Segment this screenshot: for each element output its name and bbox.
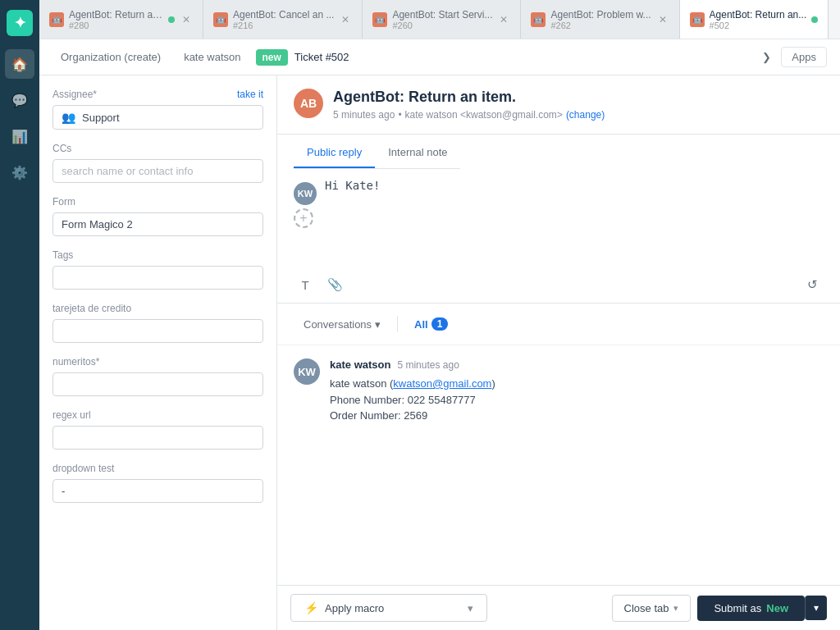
reply-area: Public reply Internal note KW + Hi Kate! bbox=[277, 135, 840, 304]
sidebar-nav: ✦ 🏠 💬 📊 ⚙️ bbox=[0, 0, 39, 630]
tab-close-280[interactable]: ✕ bbox=[180, 13, 193, 26]
all-filter-button[interactable]: All 1 bbox=[404, 313, 458, 335]
left-panel: Assignee* take it 👥 Support CCs Form bbox=[39, 75, 277, 630]
email-link[interactable]: kwatson@gmail.com bbox=[393, 377, 491, 390]
right-panel: AB AgentBot: Return an item. 5 minutes a… bbox=[277, 75, 840, 630]
conversation-author: kate watson <kwatson@gmail.com> bbox=[405, 109, 563, 121]
submit-arrow-button[interactable]: ▾ bbox=[805, 596, 827, 620]
tab-260[interactable]: 🤖 AgentBot: Start Servi... #260 ✕ bbox=[363, 0, 521, 39]
all-label: All bbox=[414, 318, 428, 331]
tab-216[interactable]: 🤖 AgentBot: Cancel an ... #216 ✕ bbox=[203, 0, 363, 39]
ccs-label: CCs bbox=[52, 143, 263, 154]
conversation-info: AgentBot: Return an item. 5 minutes ago … bbox=[333, 89, 605, 121]
submit-status: New bbox=[766, 602, 788, 614]
submit-button-group: Submit as New ▾ bbox=[697, 596, 827, 621]
take-it-link[interactable]: take it bbox=[237, 89, 263, 100]
close-tab-arrow-icon: ▾ bbox=[673, 603, 678, 614]
secondary-bar: Organization (create) kate watson new Ti… bbox=[39, 39, 840, 75]
tab-502[interactable]: 🤖 AgentBot: Return an... #502 bbox=[680, 0, 829, 39]
assignee-select[interactable]: 👥 Support bbox=[52, 105, 263, 130]
reply-input-row: KW + Hi Kate! bbox=[294, 172, 824, 267]
nav-icon-settings[interactable]: ⚙️ bbox=[5, 158, 34, 187]
tab-title-280: AgentBot: Return an ... bbox=[69, 9, 163, 21]
secondary-bar-right: ❯ Apps bbox=[756, 47, 827, 67]
regex-input[interactable] bbox=[52, 426, 263, 450]
tabs-bar: 🤖 AgentBot: Return an ... #280 ✕ 🤖 Agent… bbox=[39, 0, 840, 39]
tab-title-260: AgentBot: Start Servi... bbox=[392, 9, 492, 21]
message-line-2: Phone Number: 022 55487777 bbox=[330, 392, 824, 409]
ccs-input[interactable] bbox=[52, 159, 263, 183]
breadcrumb-kate-watson[interactable]: kate watson bbox=[176, 48, 249, 66]
tab-close-260[interactable]: ✕ bbox=[497, 13, 510, 26]
tarejeta-field-group: tarejeta de credito bbox=[52, 303, 263, 343]
messages-section: KW kate watson 5 minutes ago kate watson… bbox=[277, 345, 840, 585]
tab-close-262[interactable]: ✕ bbox=[656, 13, 669, 26]
apps-button[interactable]: Apps bbox=[781, 47, 827, 67]
conversations-filter-button[interactable]: Conversations ▾ bbox=[294, 314, 390, 335]
attach-file-button[interactable]: 📎 bbox=[323, 273, 346, 296]
conversation-meta: 5 minutes ago • kate watson <kwatson@gma… bbox=[333, 109, 605, 121]
reply-avatar-area: KW + bbox=[294, 179, 317, 263]
filter-divider bbox=[397, 316, 398, 332]
message-text: kate watson (kwatson@gmail.com) Phone Nu… bbox=[330, 376, 824, 424]
reply-tabs: Public reply Internal note bbox=[294, 138, 460, 169]
regex-field-group: regex url bbox=[52, 409, 263, 450]
reply-text-area: Hi Kate! bbox=[325, 179, 824, 263]
change-link[interactable]: (change) bbox=[566, 109, 605, 121]
bottom-bar: ⚡ Apply macro ▾ Close tab ▾ Submit as Ne… bbox=[277, 585, 840, 630]
submit-button[interactable]: Submit as New bbox=[697, 596, 805, 621]
message-line-3: Order Number: 2569 bbox=[330, 408, 824, 424]
tarejeta-label: tarejeta de credito bbox=[52, 303, 263, 314]
lightning-icon: ⚡ bbox=[304, 601, 318, 614]
tab-number-280: #280 bbox=[69, 21, 163, 30]
conversation-title: AgentBot: Return an item. bbox=[333, 89, 605, 106]
text-format-button[interactable]: T bbox=[294, 273, 317, 296]
reply-toolbar: T 📎 ↺ bbox=[294, 267, 824, 303]
tab-number-216: #216 bbox=[233, 21, 334, 30]
nav-icon-conversations[interactable]: 💬 bbox=[5, 85, 34, 115]
close-tab-label: Close tab bbox=[624, 602, 669, 614]
dropdown-label: dropdown test bbox=[52, 463, 263, 474]
submit-label: Submit as bbox=[714, 602, 761, 614]
refresh-button[interactable]: ↺ bbox=[801, 273, 824, 296]
apply-macro-label: Apply macro bbox=[325, 602, 384, 614]
tab-icon-262: 🤖 bbox=[531, 12, 546, 27]
more-button[interactable]: ❯ bbox=[756, 48, 778, 66]
tab-icon-260: 🤖 bbox=[372, 12, 387, 27]
tab-number-260: #260 bbox=[392, 21, 492, 30]
tab-title-216: AgentBot: Cancel an ... bbox=[233, 9, 334, 21]
form-input[interactable] bbox=[52, 212, 263, 236]
nav-icon-reports[interactable]: 📊 bbox=[5, 121, 34, 151]
main-content: 🤖 AgentBot: Return an ... #280 ✕ 🤖 Agent… bbox=[39, 0, 840, 630]
reply-textarea[interactable]: Hi Kate! bbox=[325, 179, 824, 261]
tab-internal-note[interactable]: Internal note bbox=[375, 138, 460, 168]
tab-number-502: #502 bbox=[710, 21, 807, 30]
form-field-group: Form bbox=[52, 196, 263, 236]
close-tab-button[interactable]: Close tab ▾ bbox=[612, 595, 692, 622]
tarejeta-input[interactable] bbox=[52, 319, 263, 343]
tab-close-216[interactable]: ✕ bbox=[339, 13, 352, 26]
regex-label: regex url bbox=[52, 409, 263, 421]
tabs-actions: + Add 🔍 ⊞ 👤 bbox=[829, 7, 840, 33]
tab-280[interactable]: 🤖 AgentBot: Return an ... #280 ✕ bbox=[39, 0, 203, 39]
submit-actions: Close tab ▾ Submit as New ▾ bbox=[612, 595, 827, 622]
message-line-1: kate watson (kwatson@gmail.com) bbox=[330, 376, 824, 392]
dropdown-select[interactable]: - bbox=[52, 479, 263, 503]
message-item: KW kate watson 5 minutes ago kate watson… bbox=[277, 345, 840, 437]
tab-badge-280 bbox=[168, 16, 175, 23]
nav-icon-home[interactable]: 🏠 bbox=[5, 49, 34, 79]
chevron-down-icon: ▾ bbox=[375, 318, 381, 331]
tab-icon-502: 🤖 bbox=[690, 12, 705, 27]
numeritos-input[interactable] bbox=[52, 372, 263, 396]
ccs-field-group: CCs bbox=[52, 143, 263, 183]
assignee-value: Support bbox=[82, 112, 120, 124]
add-participant-button[interactable]: + bbox=[294, 208, 313, 228]
reply-user-avatar: KW bbox=[294, 182, 317, 205]
apply-macro-button[interactable]: ⚡ Apply macro ▾ bbox=[290, 594, 487, 622]
breadcrumb-organization[interactable]: Organization (create) bbox=[52, 48, 169, 66]
tab-262[interactable]: 🤖 AgentBot: Problem w... #262 ✕ bbox=[521, 0, 679, 39]
tab-public-reply[interactable]: Public reply bbox=[294, 138, 375, 168]
numeritos-field-group: numeritos* bbox=[52, 356, 263, 396]
app-logo: ✦ bbox=[7, 10, 33, 36]
tags-input[interactable] bbox=[52, 266, 263, 290]
